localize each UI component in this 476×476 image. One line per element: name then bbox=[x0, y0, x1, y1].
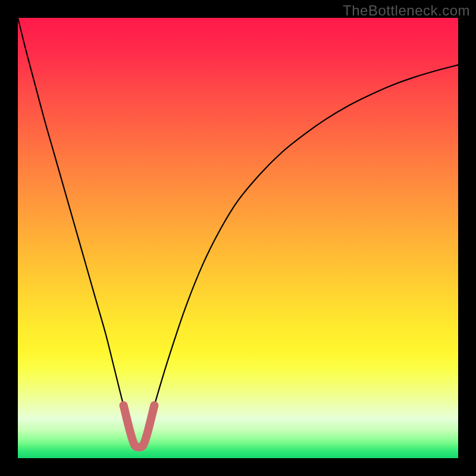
trough-marker bbox=[124, 405, 155, 447]
plot-area bbox=[18, 18, 458, 458]
curve-layer bbox=[18, 18, 458, 458]
watermark-text: TheBottleneck.com bbox=[343, 2, 470, 19]
bottleneck-curve bbox=[18, 18, 458, 447]
chart-frame: TheBottleneck.com bbox=[0, 0, 476, 476]
